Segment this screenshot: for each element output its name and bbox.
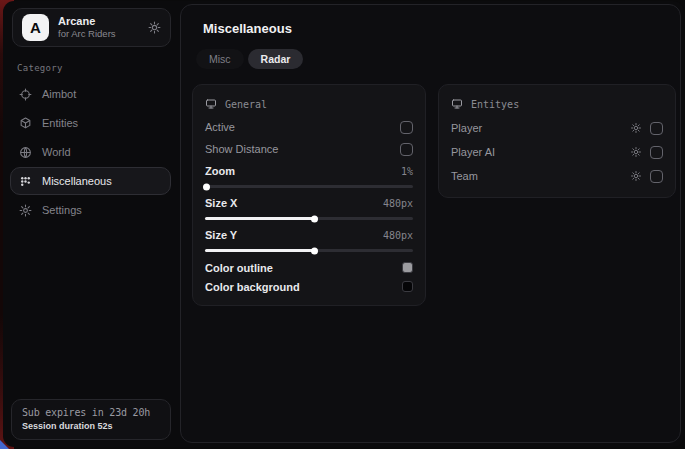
sidebar-item-label: Settings (42, 204, 82, 216)
general-panel: General Active Show Distance Zoom 1% (192, 84, 426, 306)
gear-icon[interactable] (630, 146, 642, 158)
player-ai-checkbox[interactable] (650, 146, 663, 159)
sidebar-item-label: Entities (42, 117, 78, 129)
app-name: Arcane (58, 15, 139, 29)
gear-icon[interactable] (630, 170, 642, 182)
subscription-card: Sub expires in 23d 20h Session duration … (11, 399, 171, 440)
tab-bar: Misc Radar (196, 49, 680, 69)
brand-card: A Arcane for Arc Riders (12, 8, 171, 47)
setting-label: Zoom (205, 165, 235, 177)
page-title: Miscellaneous (203, 21, 680, 36)
entity-label: Player AI (451, 146, 495, 158)
slider-thumb[interactable] (203, 183, 210, 190)
sidebar-nav: Aimbot Entities (3, 80, 178, 224)
monitor-icon (205, 98, 217, 110)
setting-row-zoom: Zoom 1% (205, 162, 413, 188)
setting-row-size-x: Size X 480px (205, 194, 413, 220)
globe-icon (19, 146, 32, 159)
panel-title: General (225, 99, 267, 110)
monitor-icon (451, 98, 463, 110)
gear-icon[interactable] (630, 122, 642, 134)
setting-label: Show Distance (205, 143, 278, 155)
slider-thumb[interactable] (311, 247, 318, 254)
setting-label: Color outline (205, 262, 273, 274)
size-y-slider[interactable] (205, 249, 413, 252)
entity-label: Player (451, 122, 482, 134)
session-duration-text: Session duration 52s (22, 421, 160, 431)
active-checkbox[interactable] (400, 121, 413, 134)
panel-title: Entityes (471, 99, 519, 110)
main-content: Miscellaneous Misc Radar General Active (180, 4, 681, 443)
team-checkbox[interactable] (650, 170, 663, 183)
sidebar-item-miscellaneous[interactable]: Miscellaneous (10, 167, 171, 195)
sidebar-item-world[interactable]: World (10, 138, 171, 166)
gear-icon[interactable] (148, 21, 161, 34)
sidebar-item-settings[interactable]: Settings (10, 196, 171, 224)
setting-row-show-distance: Show Distance (205, 138, 413, 160)
gear-icon (19, 204, 32, 217)
player-checkbox[interactable] (650, 122, 663, 135)
entity-row-player: Player (451, 116, 663, 140)
slider-thumb[interactable] (311, 215, 318, 222)
crosshair-icon (19, 88, 32, 101)
entity-row-player-ai: Player AI (451, 140, 663, 164)
setting-row-size-y: Size Y 480px (205, 226, 413, 252)
sidebar-item-aimbot[interactable]: Aimbot (10, 80, 171, 108)
zoom-slider[interactable] (205, 185, 413, 188)
setting-row-color-outline: Color outline (205, 258, 413, 277)
setting-label: Size Y (205, 229, 237, 241)
size-y-value: 480px (383, 230, 413, 241)
size-x-value: 480px (383, 198, 413, 209)
category-label: Category (17, 63, 178, 73)
app-subtitle: for Arc Riders (58, 28, 139, 40)
color-outline-swatch[interactable] (402, 262, 413, 273)
cube-icon (19, 117, 32, 130)
sub-expires-text: Sub expires in 23d 20h (22, 407, 160, 418)
sidebar-item-label: Miscellaneous (42, 175, 112, 187)
show-distance-checkbox[interactable] (400, 143, 413, 156)
app-window: A Arcane for Arc Riders Category (3, 1, 684, 447)
setting-label: Size X (205, 197, 237, 209)
setting-label: Color background (205, 281, 300, 293)
entities-panel: Entityes Player P (438, 84, 676, 198)
setting-row-color-background: Color background (205, 277, 413, 296)
setting-row-active: Active (205, 116, 413, 138)
zoom-value: 1% (401, 166, 413, 177)
sidebar: A Arcane for Arc Riders Category (3, 1, 178, 447)
grid-icon (19, 175, 32, 188)
entity-label: Team (451, 170, 478, 182)
tab-radar[interactable]: Radar (248, 49, 304, 69)
setting-label: Active (205, 121, 235, 133)
sidebar-item-label: Aimbot (42, 88, 76, 100)
color-background-swatch[interactable] (402, 281, 413, 292)
tab-misc[interactable]: Misc (196, 49, 244, 69)
sidebar-item-label: World (42, 146, 71, 158)
size-x-slider[interactable] (205, 217, 413, 220)
app-logo: A (22, 14, 49, 41)
sidebar-item-entities[interactable]: Entities (10, 109, 171, 137)
entity-row-team: Team (451, 164, 663, 188)
